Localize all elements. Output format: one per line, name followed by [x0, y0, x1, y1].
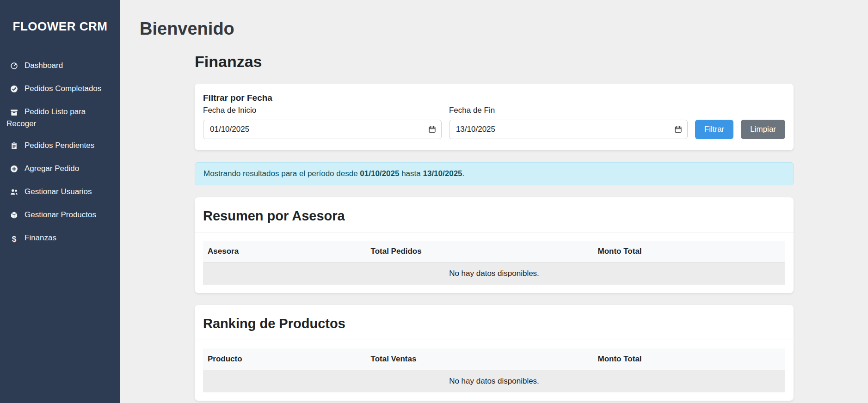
plus-circle-icon: [10, 165, 19, 176]
alert-text: hasta: [399, 169, 423, 178]
summary-empty-message: No hay datos disponibles.: [203, 262, 785, 285]
sidebar-item-label: Pedidos Pendientes: [25, 141, 94, 150]
calendar-icon[interactable]: [428, 125, 436, 133]
table-row: No hay datos disponibles.: [203, 370, 785, 392]
sidebar-item-gestionar-productos[interactable]: Gestionar Productos: [0, 204, 120, 227]
filter-title: Filtrar por Fecha: [203, 93, 785, 103]
ranking-card: Ranking de Productos Producto Total Vent…: [195, 305, 794, 401]
pickup-box-icon: [10, 108, 19, 119]
sidebar-item-pedidos-completados[interactable]: Pedidos Completados: [0, 78, 120, 101]
summary-col-total-pedidos: Total Pedidos: [366, 241, 593, 263]
alert-text: Mostrando resultados para el período des…: [203, 169, 360, 178]
ranking-table: Producto Total Ventas Monto Total No hay…: [203, 348, 785, 392]
alert-text: .: [462, 169, 465, 178]
summary-title: Resumen por Asesora: [195, 197, 794, 232]
dashboard-icon: [10, 62, 19, 73]
summary-col-monto-total: Monto Total: [593, 241, 785, 263]
sidebar-item-label: Pedidos Completados: [25, 84, 101, 93]
product-box-icon: [10, 211, 19, 222]
end-date-field: Fecha de Fin: [449, 106, 688, 139]
start-date-input[interactable]: [203, 120, 442, 139]
table-row: No hay datos disponibles.: [203, 262, 785, 285]
ranking-col-total-ventas: Total Ventas: [366, 348, 593, 370]
users-icon: [10, 188, 19, 199]
ranking-empty-message: No hay datos disponibles.: [203, 370, 785, 392]
check-circle-icon: [10, 85, 19, 96]
end-date-label: Fecha de Fin: [449, 106, 688, 115]
alert-end-date: 13/10/2025: [423, 169, 462, 178]
sidebar-item-label: Agregar Pedido: [25, 164, 79, 173]
clear-button[interactable]: Limpiar: [741, 120, 785, 139]
section-title: Finanzas: [195, 53, 794, 71]
summary-table: Asesora Total Pedidos Monto Total No hay…: [203, 241, 785, 285]
dollar-icon: $: [10, 234, 19, 245]
sidebar: FLOOWER CRM Dashboard Pedidos Completado…: [0, 0, 120, 403]
filter-card: Filtrar por Fecha Fecha de Inicio Fecha …: [195, 84, 794, 150]
alert-start-date: 01/10/2025: [360, 169, 399, 178]
calendar-icon[interactable]: [674, 125, 682, 133]
summary-card: Resumen por Asesora Asesora Total Pedido…: [195, 197, 794, 293]
ranking-col-producto: Producto: [203, 348, 366, 370]
results-info-alert: Mostrando resultados para el período des…: [195, 162, 794, 185]
ranking-col-monto-total: Monto Total: [593, 348, 785, 370]
sidebar-item-label: Dashboard: [25, 61, 63, 70]
app-title: FLOOWER CRM: [0, 0, 120, 34]
summary-col-asesora: Asesora: [203, 241, 366, 263]
sidebar-menu: Dashboard Pedidos Completados Pedido Lis…: [0, 55, 120, 250]
page-title: Bienvenido: [140, 18, 868, 40]
filter-button[interactable]: Filtrar: [695, 120, 733, 139]
clipboard-icon: [10, 142, 19, 153]
start-date-field: Fecha de Inicio: [203, 106, 442, 139]
sidebar-item-label: Gestionar Productos: [25, 210, 96, 219]
sidebar-item-dashboard[interactable]: Dashboard: [0, 55, 120, 78]
sidebar-item-label: Gestionar Usuarios: [25, 187, 92, 196]
main-content: Bienvenido Finanzas Filtrar por Fecha Fe…: [120, 0, 868, 403]
ranking-title: Ranking de Productos: [195, 305, 794, 340]
start-date-label: Fecha de Inicio: [203, 106, 442, 115]
sidebar-item-gestionar-usuarios[interactable]: Gestionar Usuarios: [0, 181, 120, 204]
sidebar-item-pedido-listo-para-recoger[interactable]: Pedido Listo para Recoger: [0, 101, 120, 135]
sidebar-item-pedidos-pendientes[interactable]: Pedidos Pendientes: [0, 135, 120, 158]
sidebar-item-finanzas[interactable]: $Finanzas: [0, 227, 120, 250]
end-date-input[interactable]: [449, 120, 688, 139]
sidebar-item-label: Finanzas: [25, 233, 56, 242]
sidebar-item-agregar-pedido[interactable]: Agregar Pedido: [0, 158, 120, 181]
